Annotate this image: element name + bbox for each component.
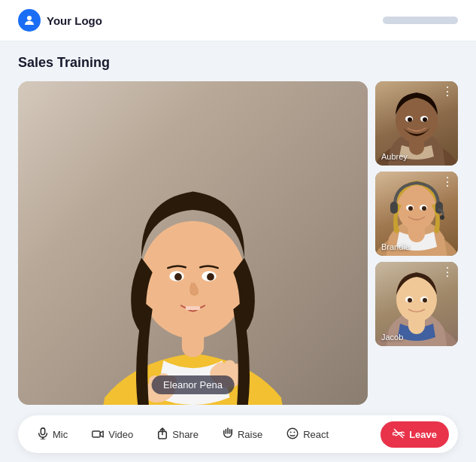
svg-point-29 [440, 215, 444, 220]
logo-area: Your Logo [18, 9, 102, 32]
svg-rect-41 [41, 427, 44, 434]
mic-button[interactable]: Mic [27, 421, 78, 448]
svg-point-32 [408, 206, 413, 211]
tile-menu-jacob[interactable]: ⋮ [441, 266, 453, 278]
svg-point-48 [294, 431, 296, 433]
svg-point-40 [423, 298, 427, 302]
tile-name-brandie: Brandie [381, 242, 410, 251]
share-button[interactable]: Share [147, 421, 209, 448]
svg-point-23 [423, 117, 427, 122]
mic-label: Mic [53, 429, 68, 440]
raise-icon [223, 427, 233, 442]
participant-tile-jacob: ⋮ Jacob [375, 262, 458, 346]
svg-rect-16 [186, 306, 201, 310]
main-content: Sales Training [0, 41, 476, 462]
header: Your Logo [0, 0, 476, 41]
video-icon [92, 428, 104, 441]
react-label: React [303, 429, 329, 440]
svg-point-15 [207, 273, 214, 281]
tile-name-aubrey: Aubrey [381, 152, 408, 161]
raise-label: Raise [238, 429, 262, 440]
main-video-name-badge: Eleanor Pena [151, 375, 235, 394]
tile-menu-aubrey[interactable]: ⋮ [441, 86, 453, 98]
logo-icon [18, 9, 41, 32]
svg-point-33 [422, 206, 426, 211]
main-video: Eleanor Pena [18, 81, 368, 405]
leave-label: Leave [409, 429, 437, 440]
svg-point-47 [290, 431, 292, 433]
leave-button[interactable]: Leave [380, 421, 449, 448]
raise-button[interactable]: Raise [212, 421, 273, 448]
svg-point-39 [408, 298, 412, 302]
svg-point-0 [27, 16, 32, 20]
page-title: Sales Training [18, 55, 458, 71]
tile-menu-brandie[interactable]: ⋮ [441, 176, 453, 188]
react-button[interactable]: React [276, 421, 339, 448]
react-icon [287, 427, 299, 442]
leave-phone-icon [393, 427, 405, 442]
svg-point-11 [140, 221, 246, 339]
video-area: Eleanor Pena [18, 81, 458, 405]
header-decoration [383, 17, 458, 24]
video-label: Video [108, 429, 133, 440]
svg-point-46 [287, 428, 298, 439]
tile-name-jacob: Jacob [381, 333, 403, 342]
toolbar: Mic Video Share [18, 415, 458, 453]
mic-icon [38, 427, 48, 442]
logo-text: Your Logo [47, 14, 102, 27]
video-button[interactable]: Video [81, 422, 144, 447]
svg-rect-27 [390, 202, 398, 214]
svg-rect-44 [92, 431, 100, 437]
share-label: Share [172, 429, 199, 440]
participant-tile-brandie: ⋮ Brandie [375, 172, 458, 256]
participant-tile-aubrey: ⋮ Aubrey [375, 81, 458, 166]
main-person-visual [18, 81, 368, 405]
svg-point-22 [408, 117, 412, 122]
svg-point-14 [174, 273, 182, 281]
share-icon [157, 427, 168, 442]
sidebar-participants: ⋮ Aubrey [375, 81, 458, 405]
